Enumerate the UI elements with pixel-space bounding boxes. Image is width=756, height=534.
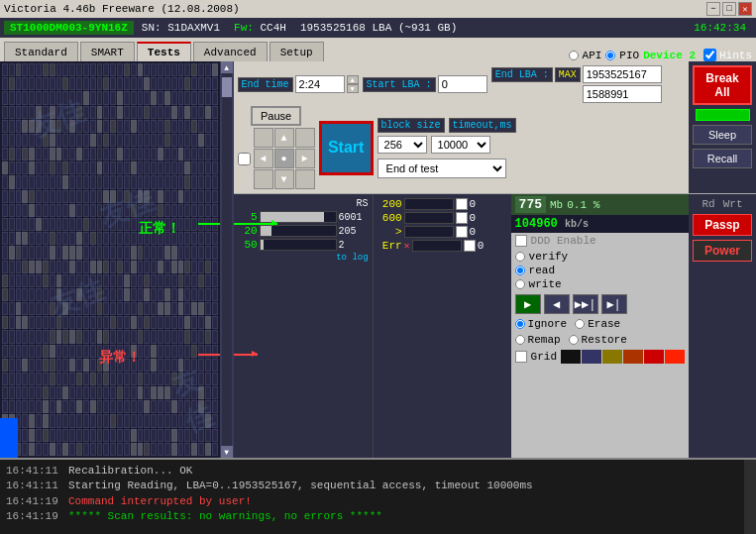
map-cell <box>178 63 184 76</box>
map-cell <box>198 175 204 188</box>
power-button[interactable]: Power <box>693 240 752 262</box>
map-cell <box>138 316 144 329</box>
last-button[interactable]: ▶| <box>601 294 627 314</box>
tab-advanced[interactable]: Advanced <box>193 42 268 61</box>
map-cell <box>191 330 197 343</box>
err-chk-gt[interactable]: ✓ <box>456 226 468 238</box>
ignore-radio[interactable] <box>515 319 525 329</box>
pass-button[interactable]: Passp <box>693 214 752 236</box>
maximize-button[interactable]: □ <box>722 2 736 16</box>
map-cell <box>184 443 190 456</box>
map-cell <box>50 161 55 174</box>
block-size-select[interactable]: 256128512 <box>378 136 427 154</box>
dir-right[interactable]: ► <box>295 149 315 168</box>
drive-label[interactable]: ST1000DM003-9YN16Z <box>4 21 134 35</box>
map-cell <box>56 443 62 456</box>
map-cell <box>164 77 170 90</box>
read-radio[interactable] <box>515 266 525 275</box>
log-scrollbar[interactable] <box>744 460 756 534</box>
map-cell <box>103 386 109 399</box>
map-cell <box>76 330 82 343</box>
start-button[interactable]: Start <box>319 121 374 175</box>
fwd-button[interactable]: ▶▶| <box>573 294 598 314</box>
map-cell <box>9 359 15 372</box>
scroll-up-button[interactable]: ▲ <box>221 61 233 73</box>
dir-center[interactable]: ● <box>274 149 294 168</box>
close-button[interactable]: ✕ <box>738 2 752 16</box>
to-log-label[interactable]: to log <box>238 253 369 263</box>
write-radio[interactable] <box>515 279 525 289</box>
map-cell <box>103 91 109 104</box>
rew-button[interactable]: ◀ <box>544 294 570 314</box>
end-time-label: End time <box>238 77 293 92</box>
stat-bar-50 <box>260 239 337 251</box>
verify-radio[interactable] <box>515 252 525 262</box>
map-cell <box>43 400 49 413</box>
map-cell <box>97 443 103 456</box>
current-lba-input[interactable] <box>583 85 662 103</box>
map-cell <box>43 274 49 287</box>
map-cell <box>9 161 15 174</box>
map-cell <box>50 261 55 273</box>
erase-radio[interactable] <box>575 319 585 329</box>
map-cell <box>191 232 197 245</box>
spin-down[interactable]: ▼ <box>347 84 359 93</box>
dir-up[interactable]: ▲ <box>274 128 294 148</box>
scroll-thumb[interactable] <box>222 77 232 97</box>
restore-radio[interactable] <box>569 335 579 345</box>
map-cell <box>29 429 35 442</box>
map-cell <box>2 120 8 133</box>
end-time-input[interactable] <box>295 75 345 93</box>
map-cell <box>43 204 49 217</box>
spin-up[interactable]: ▲ <box>347 75 359 84</box>
ddd-checkbox[interactable] <box>515 235 527 247</box>
map-cell <box>184 63 190 76</box>
map-scrollbar[interactable]: ▲ ▼ <box>220 61 234 458</box>
map-cell <box>36 429 42 442</box>
remap-radio[interactable] <box>515 335 525 345</box>
end-lba-input[interactable] <box>583 65 662 83</box>
map-cell <box>151 288 157 301</box>
minimize-button[interactable]: − <box>706 2 720 16</box>
map-cell <box>144 63 150 76</box>
map-cell <box>158 414 163 427</box>
max-label[interactable]: MAX <box>555 67 581 82</box>
map-cell <box>56 359 62 372</box>
dir-checkbox[interactable] <box>238 153 251 165</box>
play-button[interactable]: ▶ <box>515 294 541 314</box>
pio-radio[interactable] <box>605 51 615 60</box>
map-cell <box>83 443 89 456</box>
tab-tests[interactable]: Tests <box>137 42 191 61</box>
tab-smart[interactable]: SMART <box>80 42 135 61</box>
map-cell <box>151 316 157 329</box>
dir-down[interactable]: ▼ <box>274 169 294 189</box>
tab-setup[interactable]: Setup <box>270 42 324 61</box>
map-cell <box>69 77 75 90</box>
grid-checkbox[interactable]: ✓ <box>515 351 527 363</box>
eot-select[interactable]: End of test Loop Sleep Halt <box>378 159 506 178</box>
scroll-down-button[interactable]: ▼ <box>221 446 233 458</box>
timeout-select[interactable]: 10000500030000 <box>431 136 490 154</box>
api-radio[interactable] <box>569 51 579 60</box>
action-row-2: Remap Restore <box>511 332 689 348</box>
map-cell <box>151 302 157 315</box>
start-lba-input[interactable] <box>438 75 487 93</box>
map-cell <box>103 106 109 119</box>
write-label: write <box>529 278 562 290</box>
map-cell <box>124 175 130 188</box>
right-panel: End time ▲ ▼ Start LBA : End LBA : <box>234 61 756 458</box>
hints-checkbox[interactable] <box>703 49 716 61</box>
pause-button[interactable]: Pause <box>251 106 301 126</box>
recall-button[interactable]: Recall <box>693 149 752 168</box>
err-chk-200[interactable] <box>456 198 468 210</box>
map-cell <box>36 161 42 174</box>
err-chk-600[interactable]: ✓ <box>456 212 468 224</box>
mb-pct: 0.1 % <box>567 199 599 211</box>
break-all-button[interactable]: Break All <box>693 65 752 105</box>
map-cell <box>138 429 144 442</box>
tab-standard[interactable]: Standard <box>4 42 78 61</box>
err-chk-err[interactable]: ✓ <box>464 240 476 252</box>
map-cell <box>9 400 15 413</box>
dir-left[interactable]: ◄ <box>254 149 273 168</box>
sleep-button[interactable]: Sleep <box>693 125 752 145</box>
